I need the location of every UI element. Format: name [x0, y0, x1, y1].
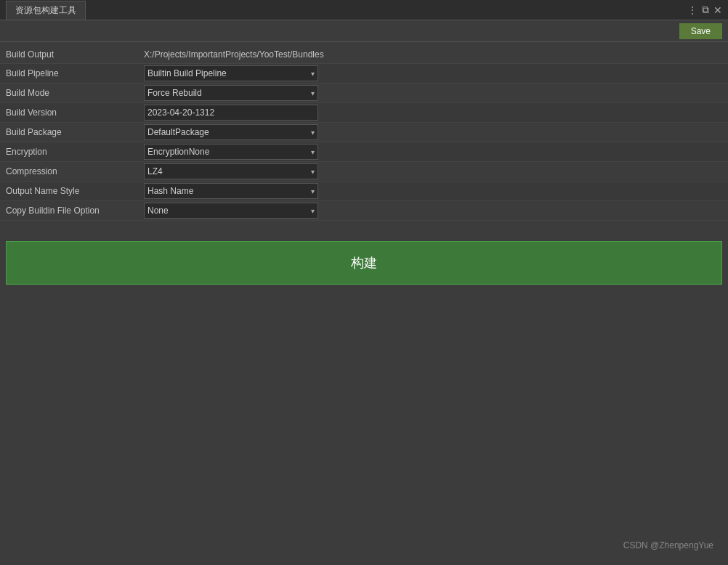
dropdown-build-package[interactable]: DefaultPackage▾: [144, 124, 318, 140]
build-button[interactable]: 构建: [6, 241, 722, 285]
content-area: Build OutputX:/Projects/ImportantProject…: [0, 42, 728, 565]
form-row: CompressionLZ4▾: [0, 162, 728, 182]
title-tab[interactable]: 资源包构建工具: [6, 1, 86, 20]
form-area: Build OutputX:/Projects/ImportantProject…: [0, 42, 728, 224]
field-label: Build Output: [6, 49, 144, 60]
field-label: Build Pipeline: [6, 68, 144, 78]
field-label: Copy Buildin File Option: [6, 206, 144, 216]
dropdown-output-name-style[interactable]: Hash Name▾: [144, 183, 318, 199]
chevron-down-icon: ▾: [311, 168, 315, 176]
chevron-down-icon: ▾: [311, 187, 315, 195]
form-row: EncryptionEncryptionNone▾: [0, 142, 728, 162]
title-bar-left: 资源包构建工具: [6, 1, 86, 20]
form-row: Build PackageDefaultPackage▾: [0, 123, 728, 142]
close-icon[interactable]: ✕: [713, 4, 722, 16]
dropdown-build-pipeline[interactable]: Builtin Build Pipeline▾: [144, 65, 318, 81]
dropdown-encryption[interactable]: EncryptionNone▾: [144, 144, 318, 160]
field-label: Encryption: [6, 147, 144, 157]
restore-icon[interactable]: ⧉: [702, 4, 709, 16]
field-label: Compression: [6, 166, 144, 176]
form-row: Build PipelineBuiltin Build Pipeline▾: [0, 64, 728, 84]
build-btn-area: 构建: [6, 241, 722, 285]
watermark: CSDN @ZhenpengYue: [623, 540, 713, 550]
field-label: Build Version: [6, 107, 144, 118]
form-row: Copy Buildin File OptionNone▾: [0, 201, 728, 221]
title-bar-right: ⋮ ⧉ ✕: [687, 4, 722, 16]
field-value: X:/Projects/ImportantProjects/YooTest/Bu…: [144, 49, 722, 60]
form-row: Build Version: [0, 103, 728, 123]
more-icon[interactable]: ⋮: [687, 4, 697, 16]
form-row: Output Name StyleHash Name▾: [0, 182, 728, 201]
chevron-down-icon: ▾: [311, 148, 315, 156]
window-title: 资源包构建工具: [15, 5, 76, 15]
title-bar: 资源包构建工具 ⋮ ⧉ ✕: [0, 0, 728, 20]
form-row: Build OutputX:/Projects/ImportantProject…: [0, 45, 728, 64]
dropdown-compression[interactable]: LZ4▾: [144, 163, 318, 179]
save-button[interactable]: Save: [679, 23, 722, 39]
dropdown-copy-buildin-file-option[interactable]: None▾: [144, 203, 318, 219]
divider: [0, 224, 728, 229]
field-label: Build Package: [6, 127, 144, 137]
dropdown-build-mode[interactable]: Force Rebuild▾: [144, 85, 318, 101]
chevron-down-icon: ▾: [311, 89, 315, 97]
chevron-down-icon: ▾: [311, 129, 315, 137]
chevron-down-icon: ▾: [311, 207, 315, 215]
build-version-input[interactable]: [144, 105, 318, 121]
main-window: 资源包构建工具 ⋮ ⧉ ✕ Save Build OutputX:/Projec…: [0, 0, 728, 565]
form-row: Build ModeForce Rebuild▾: [0, 84, 728, 103]
field-label: Output Name Style: [6, 186, 144, 196]
chevron-down-icon: ▾: [311, 70, 315, 78]
toolbar: Save: [0, 20, 728, 42]
field-label: Build Mode: [6, 88, 144, 98]
